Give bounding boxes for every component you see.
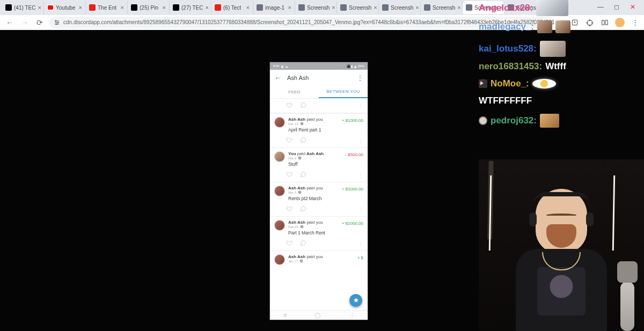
chat-username: nero16831453: bbox=[479, 61, 542, 72]
like-icon[interactable] bbox=[286, 101, 292, 111]
txn-more-icon[interactable]: ⋮ bbox=[358, 209, 363, 210]
nav-back-button[interactable]: ← bbox=[4, 17, 15, 28]
tab-close-icon[interactable]: × bbox=[205, 4, 208, 11]
tab-title: Screensh bbox=[391, 5, 413, 11]
venmo-tab-feed[interactable]: FEED bbox=[270, 86, 319, 98]
site-settings-icon[interactable] bbox=[54, 19, 60, 26]
chrome-menu-icon[interactable]: ⋮ bbox=[630, 18, 640, 27]
browser-tab[interactable]: Screensh× bbox=[463, 1, 504, 14]
browser-tab[interactable]: (27) TEC× bbox=[170, 1, 211, 14]
txn-date: Mar 9 bbox=[288, 156, 324, 160]
chat-message: kai_lotus528: bbox=[479, 41, 566, 57]
browser-tab[interactable]: Screensh× bbox=[379, 1, 421, 14]
tab-close-icon[interactable]: × bbox=[541, 4, 544, 11]
tab-close-icon[interactable]: × bbox=[499, 4, 502, 11]
like-icon[interactable] bbox=[286, 136, 292, 145]
txn-more-icon[interactable]: ⋮ bbox=[358, 243, 363, 245]
android-back-button[interactable]: 〈 bbox=[348, 312, 354, 319]
comment-icon[interactable] bbox=[300, 170, 306, 180]
profile-avatar-icon[interactable] bbox=[615, 18, 625, 27]
comment-icon[interactable] bbox=[300, 204, 306, 214]
tab-title: Screensh bbox=[516, 5, 539, 11]
tab-close-icon[interactable]: × bbox=[246, 4, 250, 11]
venmo-compose-fab[interactable] bbox=[349, 294, 362, 307]
txn-more-icon[interactable]: ⋮ bbox=[358, 174, 363, 176]
chat-username: kai_lotus528: bbox=[479, 43, 537, 54]
tab-close-icon[interactable]: × bbox=[415, 4, 419, 11]
txn-date: Jan 17 bbox=[288, 259, 323, 263]
chat-username: pedroj632: bbox=[491, 115, 537, 126]
window-maximize-button[interactable]: ◻ bbox=[612, 3, 621, 11]
txn-amount: + $1000.00 bbox=[342, 187, 363, 192]
venmo-transaction[interactable]: Ash Ash paid you Jan 17 + $ bbox=[270, 251, 368, 266]
bookmark-star-icon[interactable]: ☆ bbox=[559, 18, 566, 27]
venmo-contact-name: Ash Ash bbox=[287, 75, 309, 81]
reading-list-icon[interactable] bbox=[600, 18, 610, 27]
venmo-transaction[interactable]: You paid Ash Ash Mar 9 Stuff - $500.00 bbox=[270, 148, 368, 168]
comment-icon[interactable] bbox=[300, 101, 306, 111]
browser-tab[interactable]: The Ent× bbox=[86, 1, 128, 14]
tab-favicon bbox=[173, 4, 179, 11]
like-icon[interactable] bbox=[286, 204, 292, 214]
extensions-icon[interactable] bbox=[585, 18, 595, 27]
like-icon[interactable] bbox=[286, 239, 292, 248]
comment-icon[interactable] bbox=[300, 136, 306, 145]
svg-point-3 bbox=[55, 20, 56, 21]
tab-close-icon[interactable]: × bbox=[163, 4, 166, 11]
install-app-icon[interactable] bbox=[570, 18, 580, 27]
browser-tab[interactable]: Screensh× bbox=[337, 1, 379, 14]
tab-close-icon[interactable]: × bbox=[38, 4, 41, 11]
browser-tab-strip: (41) TEC×Youtube×The Ent×(25) Pin×(27) T… bbox=[0, 0, 644, 15]
window-close-button[interactable]: ✕ bbox=[628, 3, 638, 11]
tab-close-icon[interactable]: × bbox=[374, 4, 377, 11]
browser-tab[interactable]: Screensh× bbox=[421, 1, 463, 14]
reload-button[interactable]: ⟳ bbox=[34, 17, 45, 28]
nav-forward-button[interactable]: → bbox=[19, 17, 30, 28]
svg-point-13 bbox=[300, 260, 303, 263]
chat-emote-thumb bbox=[540, 114, 559, 128]
txn-amount: - $500.00 bbox=[345, 152, 363, 157]
like-icon[interactable] bbox=[286, 170, 292, 180]
tab-favicon bbox=[5, 4, 12, 11]
browser-tab[interactable]: (25) Pin× bbox=[128, 1, 170, 14]
address-bar: ← → ⟳ cdn.discordapp.com/attachments/892… bbox=[0, 15, 644, 30]
chat-text: WTFFFFFFF bbox=[479, 95, 532, 106]
browser-tab[interactable]: Youtube× bbox=[44, 1, 86, 14]
browser-tab[interactable]: (6) Tect× bbox=[211, 1, 253, 14]
svg-rect-7 bbox=[602, 20, 604, 24]
txn-date: Mar 3 bbox=[288, 190, 323, 194]
tab-title: (27) TEC bbox=[181, 5, 203, 11]
svg-rect-8 bbox=[605, 20, 608, 24]
tab-close-icon[interactable]: × bbox=[79, 4, 82, 11]
browser-tab[interactable]: image-1× bbox=[253, 1, 295, 14]
tab-close-icon[interactable]: × bbox=[121, 4, 124, 11]
tab-title: The Ent bbox=[98, 5, 116, 11]
venmo-more-menu[interactable]: ⋮ bbox=[357, 77, 363, 79]
browser-tab[interactable]: Screensh× bbox=[295, 1, 337, 14]
tab-favicon bbox=[382, 4, 389, 11]
venmo-back-button[interactable]: ← bbox=[274, 73, 282, 82]
tab-close-icon[interactable]: × bbox=[457, 4, 460, 11]
user-avatar bbox=[274, 220, 285, 231]
comment-icon[interactable] bbox=[300, 239, 306, 248]
txn-amount: + $1000.00 bbox=[342, 221, 363, 226]
android-home-button[interactable]: ◯ bbox=[314, 312, 320, 318]
url-field[interactable]: cdn.discordapp.com/attachments/892589655… bbox=[49, 17, 554, 28]
venmo-tab-between-you[interactable]: BETWEEN YOU bbox=[319, 86, 368, 98]
window-minimize-button[interactable]: — bbox=[596, 3, 605, 11]
tab-close-icon[interactable]: × bbox=[332, 4, 335, 11]
venmo-transaction[interactable]: Ash Ash paid you Mar 13 April Rent part … bbox=[270, 113, 368, 134]
sub-badge-icon bbox=[479, 116, 487, 125]
txn-more-icon[interactable]: ⋮ bbox=[358, 140, 363, 142]
venmo-transaction[interactable]: Ash Ash paid you Mar 3 Rents pt2 March +… bbox=[270, 182, 368, 202]
tab-close-icon[interactable]: × bbox=[288, 4, 291, 11]
android-nav-bar: ≡ ◯ 〈 bbox=[270, 310, 368, 320]
android-recents-button[interactable]: ≡ bbox=[284, 312, 287, 318]
svg-point-10 bbox=[298, 157, 302, 160]
browser-tab[interactable]: (41) TEC× bbox=[2, 1, 44, 14]
txn-more-icon[interactable]: ⋮ bbox=[358, 105, 363, 107]
tab-favicon bbox=[424, 4, 430, 11]
venmo-transaction[interactable]: Ash Ash paid you Feb 23 Part 1 March Ren… bbox=[270, 216, 368, 237]
user-avatar bbox=[274, 254, 285, 265]
browser-tab[interactable]: Screensh× bbox=[504, 1, 546, 14]
